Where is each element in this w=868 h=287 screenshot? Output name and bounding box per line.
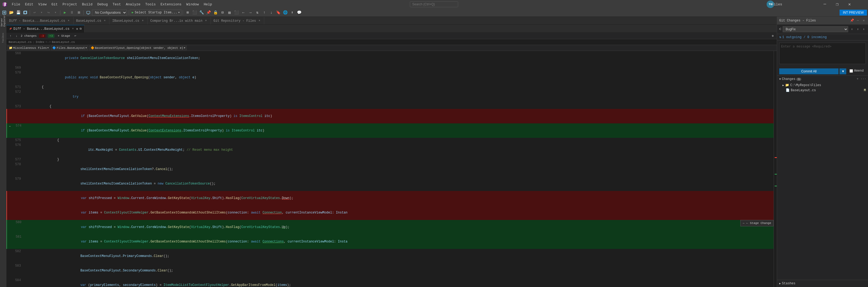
search-input[interactable] [410, 1, 458, 7]
sync-row[interactable]: ⇅ 1 outgoing / 0 incoming [777, 34, 868, 40]
nav-dropdown-method[interactable]: 🔶 BaseContextFlyout_Opening(object sende… [89, 45, 187, 50]
changes-header[interactable]: ▼ Changes 1 + ··· [777, 76, 868, 83]
sync-icon: ⇅ [779, 35, 781, 39]
breadcrumb-file2[interactable]: BaseLayout.cs [52, 40, 75, 44]
nav-back-icon[interactable]: ← [240, 9, 247, 16]
menu-build[interactable]: Build [80, 1, 95, 7]
bookmark-icon[interactable]: 🔖 [275, 9, 281, 16]
tab-baselayout[interactable]: BaseLayout.cs × [73, 17, 110, 24]
menu-git[interactable]: Git [49, 1, 60, 7]
push-icon[interactable]: ↑ [261, 9, 268, 16]
git-panel-close-icon[interactable]: ✕ [862, 19, 866, 23]
amend-checkbox[interactable] [849, 69, 853, 73]
config-dropdown[interactable]: No Configurations [92, 10, 127, 15]
line-num-575: 575 [11, 138, 24, 143]
open-icon[interactable]: 📂 [8, 9, 14, 16]
run-icon[interactable]: ▶ [62, 9, 68, 16]
menu-analyze[interactable]: Analyze [124, 1, 143, 7]
frame-icon[interactable]: ⬛ [191, 9, 198, 16]
repo-item[interactable]: ▶ 📁 C:\MyRepos\Files [777, 83, 868, 88]
git-panel-pin-icon[interactable]: 📌 [850, 19, 854, 23]
tab-close-icon[interactable]: × [103, 19, 106, 23]
code-editor[interactable]: 568 private CancellationTokenSource shel… [6, 51, 774, 287]
view-icon3[interactable]: ⬛ [233, 9, 240, 16]
menu-edit[interactable]: Edit [23, 1, 35, 7]
menu-help[interactable]: Help [202, 1, 214, 7]
git-changes-panel: Git Changes - Files 📌 ─ ✕ ⑆ BugFix ⬇ ⬆ ⬇… [777, 17, 868, 287]
view-icon1[interactable]: ⊟ [219, 9, 225, 16]
tab-close-icon[interactable]: × [67, 19, 70, 23]
line-gutter-569 [6, 65, 11, 70]
stage-change-badge[interactable]: ← ← Stage Change [740, 220, 774, 226]
tab-close-icon[interactable]: × [204, 19, 208, 23]
nav-dropdown-files[interactable]: 📁 Miscellaneous Files ▼ [7, 45, 50, 50]
tab-ibaselayout[interactable]: IBaseLayout.cs × [110, 17, 148, 24]
commit-all-button[interactable]: Commit All [779, 68, 838, 74]
line-content-569 [24, 65, 774, 70]
next-change-btn[interactable]: ↓ [15, 34, 19, 38]
tab-comparing[interactable]: Comparing Br...ix with main × [148, 17, 211, 24]
save-icon[interactable]: 💾 [15, 9, 22, 16]
class-icon: 🔷 [52, 46, 56, 50]
fetch-icon[interactable]: ⬇ [850, 27, 854, 31]
tab-close-icon[interactable]: × [141, 19, 145, 23]
tab-close-icon[interactable]: × [257, 19, 261, 23]
nav-dropdown-layout[interactable]: 🔷 Files.BaseLayout ▼ [51, 45, 88, 50]
pin-icon[interactable]: 📌 [205, 9, 212, 16]
stage-btn[interactable]: + Stage [57, 34, 71, 38]
tab-git-repo[interactable]: Git Repository - Files × [211, 17, 264, 24]
save-all-icon[interactable] [22, 9, 28, 16]
toolbox-icon[interactable]: Toolbox [0, 35, 6, 41]
view-icon2[interactable]: ▤ [226, 9, 232, 16]
tab-diff-baselayout[interactable]: Diff - BaseLa...BaseLayout.cs × [6, 17, 73, 24]
server-explorer-icon[interactable]: Server Explorer [0, 18, 6, 24]
line-gutter-579 [6, 177, 11, 191]
menu-test[interactable]: Test [111, 1, 123, 7]
line-content-571: { [24, 85, 774, 90]
breadcrumb-file1[interactable]: BaseLayout.cs [8, 40, 32, 44]
menu-view[interactable]: View [36, 1, 49, 7]
lock-icon[interactable]: 🔒 [212, 9, 219, 16]
more-changes-icon[interactable]: ··· [861, 77, 866, 82]
share-icon[interactable]: ⬆ [289, 9, 295, 16]
more-tools-icon[interactable]: 🔧 [198, 9, 205, 16]
file-item[interactable]: 📄 BaseLayout.cs M [777, 88, 868, 93]
menu-project[interactable]: Project [60, 1, 80, 7]
menu-window[interactable]: Window [184, 1, 201, 7]
tab-label: IBaseLayout.cs [112, 19, 139, 23]
menu-extensions[interactable]: Extensions [158, 1, 184, 7]
push-icon[interactable]: ⬆ [856, 27, 860, 31]
int-preview-button[interactable]: INT PREVIEW [840, 10, 867, 15]
sync-icon[interactable]: ⇅ [254, 9, 260, 16]
prev-change-btn[interactable]: ↑ [8, 34, 12, 38]
layout-icon[interactable]: ⊞ [184, 9, 191, 16]
branch-select[interactable]: BugFix [783, 26, 848, 32]
menu-tools[interactable]: Tools [143, 1, 158, 7]
tab-split-icon[interactable]: ⧉ [80, 27, 82, 30]
pull-icon[interactable]: ↓ [268, 9, 274, 16]
menu-file[interactable]: File [10, 1, 22, 7]
git-panel-minimize-icon[interactable]: ─ [856, 19, 860, 23]
stage-all-icon[interactable]: + [855, 77, 860, 82]
line-content-578: shellContextMenuItemCancellationToken?.C… [24, 162, 774, 177]
commit-message-input[interactable] [779, 43, 866, 64]
close-button[interactable]: ✕ [843, 0, 856, 8]
menu-debug[interactable]: Debug [95, 1, 110, 7]
revert-btn[interactable]: ↩ [73, 34, 77, 38]
tab-close-active-icon[interactable]: × [71, 27, 75, 31]
breadcrumb-index[interactable]: Index [35, 40, 44, 44]
browser-icon[interactable]: 🌐 [282, 9, 288, 16]
tab-diff-active[interactable]: 📌 Diff - BaseLa...BaseLayout.cs × ⚙ ⧉ [6, 25, 85, 32]
minimize-button[interactable]: ─ [819, 0, 831, 8]
commit-dropdown-button[interactable]: ▼ [840, 68, 846, 74]
nav-forward-icon[interactable]: → [247, 9, 253, 16]
device-icon[interactable] [85, 9, 91, 16]
stashes-header[interactable]: ▶ Stashes [779, 281, 866, 286]
feedback-icon[interactable]: 💬 [296, 9, 302, 16]
diff-settings-icon[interactable]: ⚙ [771, 34, 775, 38]
tab-settings-icon[interactable]: ⚙ [76, 27, 78, 31]
line-num-583: 583 [11, 263, 24, 278]
restore-button[interactable]: ❐ [831, 0, 843, 8]
pull-icon[interactable]: ⬇ [862, 27, 866, 31]
startup-btn[interactable]: ▶ Select Startup Item... ▼ [130, 10, 181, 15]
